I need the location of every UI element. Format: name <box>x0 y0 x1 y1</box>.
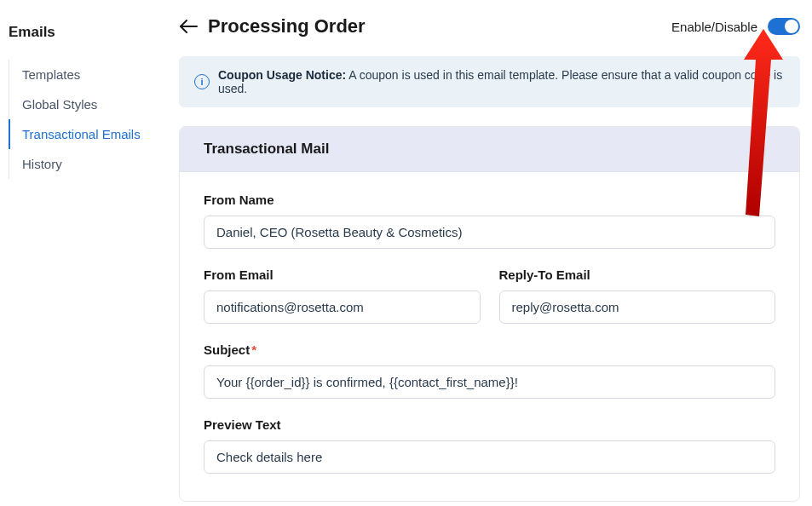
preview-text-input[interactable] <box>204 440 775 474</box>
reply-to-input[interactable] <box>499 290 776 324</box>
subject-label: Subject* <box>204 342 775 357</box>
card-header: Transactional Mail <box>180 127 799 172</box>
from-email-group: From Email <box>204 267 481 324</box>
page-header: Processing Order Enable/Disable <box>179 15 800 37</box>
info-icon: i <box>194 74 210 89</box>
subject-group: Subject* <box>204 342 775 399</box>
sidebar-item-label: History <box>22 157 62 171</box>
notice-text: Coupon Usage Notice: A coupon is used in… <box>218 68 785 95</box>
toggle-label: Enable/Disable <box>671 20 757 34</box>
subject-label-text: Subject <box>204 342 250 357</box>
sidebar-nav: Templates Global Styles Transactional Em… <box>9 60 170 179</box>
sidebar-item-global-styles[interactable]: Global Styles <box>9 89 170 119</box>
sidebar-item-label: Transactional Emails <box>22 127 141 141</box>
subject-input[interactable] <box>204 365 775 399</box>
from-email-label: From Email <box>204 267 481 282</box>
sidebar-item-history[interactable]: History <box>9 149 170 179</box>
notice-bold: Coupon Usage Notice: <box>218 68 346 82</box>
back-arrow-icon[interactable] <box>179 17 198 36</box>
sidebar-item-label: Templates <box>22 67 80 82</box>
sidebar: Emails Templates Global Styles Transacti… <box>0 0 170 506</box>
from-name-input[interactable] <box>204 216 775 249</box>
reply-to-group: Reply-To Email <box>499 267 776 324</box>
reply-to-label: Reply-To Email <box>499 267 776 282</box>
from-name-group: From Name <box>204 193 775 249</box>
header-right: Enable/Disable <box>671 18 800 35</box>
page-title: Processing Order <box>208 15 366 37</box>
sidebar-item-templates[interactable]: Templates <box>9 60 170 89</box>
main-content: Processing Order Enable/Disable i Coupon… <box>170 0 812 506</box>
card-body: From Name From Email Reply-To Email <box>180 172 799 501</box>
from-email-input[interactable] <box>204 290 481 324</box>
sidebar-item-label: Global Styles <box>22 97 97 112</box>
preview-text-group: Preview Text <box>204 417 775 474</box>
from-name-label: From Name <box>204 193 775 207</box>
transactional-mail-card: Transactional Mail From Name From Email … <box>179 126 800 502</box>
sidebar-item-transactional-emails[interactable]: Transactional Emails <box>9 119 170 149</box>
required-asterisk: * <box>251 342 256 357</box>
sidebar-title: Emails <box>9 24 170 41</box>
coupon-notice: i Coupon Usage Notice: A coupon is used … <box>179 56 800 107</box>
preview-text-label: Preview Text <box>204 417 775 432</box>
header-left: Processing Order <box>179 15 366 37</box>
enable-disable-toggle[interactable] <box>768 18 800 35</box>
